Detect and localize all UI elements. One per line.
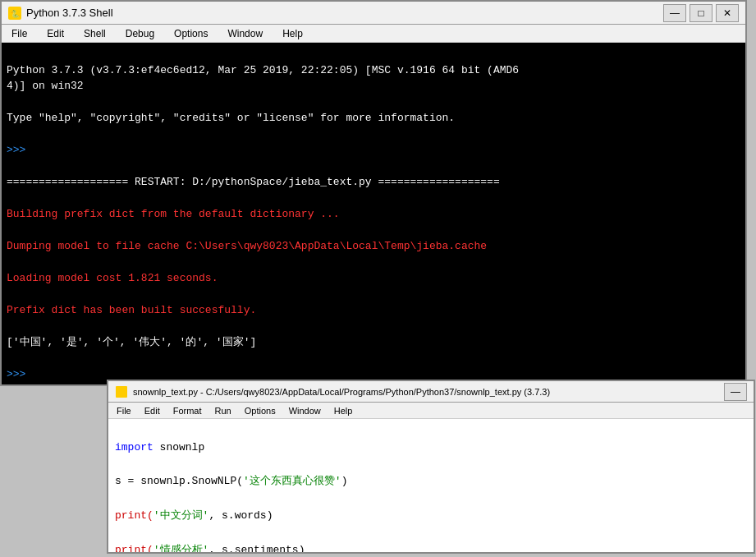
code-line-2: print('中文分词', s.words) (115, 508, 747, 525)
code-line-3: print('情感分析', s.sentiments) (115, 542, 747, 552)
editor-menu-help[interactable]: Help (329, 405, 358, 417)
editor-title-bar: snownlp_text.py - C:/Users/qwy8023/AppDa… (108, 381, 754, 403)
editor-window: snownlp_text.py - C:/Users/qwy8023/AppDa… (107, 380, 755, 554)
shell-window: 🐍 Python 3.7.3 Shell — □ ✕ File Edit She… (0, 0, 747, 386)
editor-title-controls: — (724, 383, 747, 401)
menu-debug[interactable]: Debug (119, 26, 161, 41)
menu-window[interactable]: Window (221, 26, 269, 41)
editor-menu-window[interactable]: Window (284, 405, 326, 417)
editor-icon (115, 385, 128, 398)
shell-menu-bar: File Edit Shell Debug Options Window Hel… (2, 25, 745, 43)
shell-title-bar: 🐍 Python 3.7.3 Shell — □ ✕ (2, 2, 745, 25)
editor-menu-file[interactable]: File (112, 405, 136, 417)
svg-text:🐍: 🐍 (11, 9, 21, 19)
editor-menu-run[interactable]: Run (210, 405, 236, 417)
editor-menu-format[interactable]: Format (168, 405, 207, 417)
editor-minimize-button[interactable]: — (724, 383, 747, 401)
menu-shell[interactable]: Shell (77, 26, 112, 41)
code-line-0: import snownlp (115, 440, 747, 457)
editor-code-area[interactable]: import snownlp s = snownlp.SnowNLP('这个东西… (108, 419, 754, 552)
console-line-5: Dumping model to file cache C:\Users\qwy… (7, 238, 740, 255)
console-line-1: Type "help", "copyright", "credits" or "… (7, 110, 740, 127)
console-line-8: ['中国', '是', '个', '伟大', '的', '国家'] (7, 334, 740, 351)
maximize-button[interactable]: □ (690, 4, 712, 22)
editor-title: snownlp_text.py - C:/Users/qwy8023/AppDa… (133, 387, 724, 397)
console-area: Python 3.7.3 (v3.7.3:ef4ec6ed12, Mar 25 … (2, 43, 745, 384)
svg-rect-2 (116, 386, 127, 398)
console-line-3: =================== RESTART: D:/pythonSp… (7, 174, 740, 191)
shell-title: Python 3.7.3 Shell (26, 7, 663, 19)
menu-help[interactable]: Help (276, 26, 309, 41)
console-line-7: Prefix dict has been built succesfully. (7, 302, 740, 319)
close-button[interactable]: ✕ (716, 4, 739, 22)
editor-menu-options[interactable]: Options (240, 405, 281, 417)
console-line-2: >>> (7, 142, 740, 159)
title-bar-controls: — □ ✕ (663, 4, 739, 22)
shell-icon: 🐍 (8, 7, 21, 20)
menu-edit[interactable]: Edit (40, 26, 71, 41)
menu-options[interactable]: Options (167, 26, 214, 41)
menu-file[interactable]: File (5, 26, 34, 41)
minimize-button[interactable]: — (663, 4, 686, 22)
console-line-0: Python 3.7.3 (v3.7.3:ef4ec6ed12, Mar 25 … (7, 62, 740, 94)
editor-menu-edit[interactable]: Edit (140, 405, 165, 417)
code-line-1: s = snownlp.SnowNLP('这个东西真心很赞') (115, 473, 747, 490)
console-line-4: Building prefix dict from the default di… (7, 206, 740, 223)
console-line-6: Loading model cost 1.821 seconds. (7, 270, 740, 287)
editor-menu-bar: File Edit Format Run Options Window Help (108, 403, 754, 419)
